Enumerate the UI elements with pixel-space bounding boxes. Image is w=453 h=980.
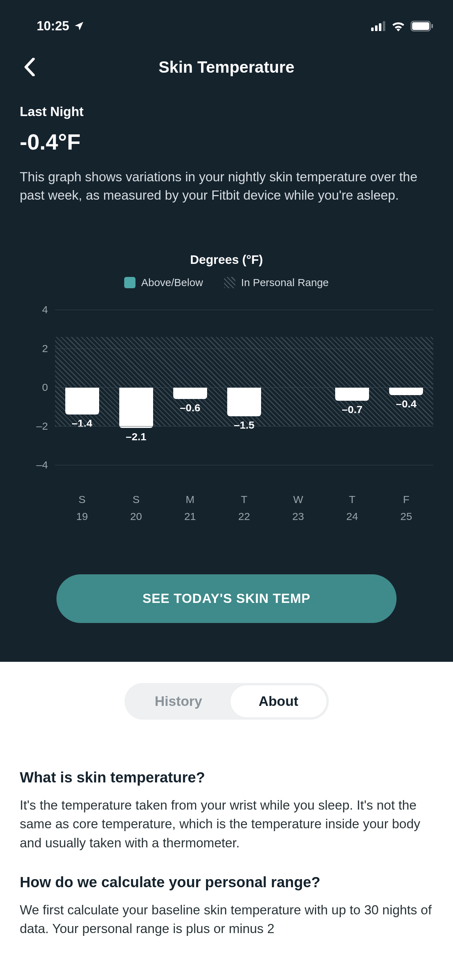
y-axis: 420–2–4	[20, 310, 55, 465]
page-title: Skin Temperature	[0, 57, 453, 76]
y-tick-label: 2	[42, 342, 48, 355]
status-time: 10:25	[37, 19, 69, 33]
about-body: It's the temperature taken from your wri…	[20, 796, 433, 853]
summary-description: This graph shows variations in your nigh…	[20, 168, 433, 205]
chart-bar	[65, 387, 99, 415]
gridline	[55, 426, 433, 426]
chart-bar	[335, 387, 369, 401]
bar-value-label: –1.4	[72, 417, 92, 430]
svg-rect-1	[375, 25, 377, 31]
legend-label: Above/Below	[141, 277, 203, 289]
chart-title: Degrees (°F)	[20, 253, 433, 267]
nav-bar: Skin Temperature	[0, 42, 453, 92]
bar-value-label: –2.1	[126, 431, 146, 443]
x-tick-label: S19	[55, 491, 109, 525]
segment-control: History About	[124, 683, 329, 720]
battery-icon	[411, 21, 433, 32]
bar-value-label: –1.5	[234, 419, 254, 431]
gridline	[55, 310, 433, 310]
see-today-button[interactable]: SEE TODAY'S SKIN TEMP	[56, 574, 397, 623]
y-tick-label: –2	[37, 420, 48, 432]
legend-above-below: Above/Below	[124, 277, 203, 289]
wifi-icon	[391, 21, 406, 32]
bar-value-label: –0.7	[342, 404, 362, 415]
x-tick-label: M21	[163, 491, 217, 525]
variation-value: -0.4°F	[20, 129, 433, 154]
x-axis: S19S20M21T22W23T24F25	[55, 491, 433, 525]
swatch-icon	[124, 277, 135, 288]
x-tick-label: S20	[109, 491, 163, 525]
legend-label: In Personal Range	[241, 277, 329, 289]
tab-history[interactable]: History	[127, 685, 230, 718]
chart-plot: 420–2–4 –1.4–2.1–0.6–1.5–0.7–0.4	[20, 310, 433, 465]
y-tick-label: 0	[42, 381, 48, 393]
bar-value-label: –0.6	[180, 402, 200, 414]
legend-in-range: In Personal Range	[224, 277, 329, 289]
chart-bar	[227, 387, 261, 417]
about-heading: What is skin temperature?	[20, 769, 433, 786]
location-icon	[73, 21, 85, 32]
y-tick-label: –4	[37, 459, 48, 471]
chart-bar	[119, 387, 153, 428]
about-heading: How do we calculate your personal range?	[20, 874, 433, 891]
y-tick-label: 4	[42, 304, 48, 316]
status-bar: 10:25	[0, 0, 453, 42]
chart-bar	[389, 387, 423, 395]
svg-rect-3	[383, 21, 385, 31]
chart-legend: Above/Below In Personal Range	[20, 277, 433, 289]
svg-rect-6	[431, 24, 433, 28]
gridline	[55, 387, 433, 388]
x-tick-label: T22	[217, 491, 271, 525]
section-label: Last Night	[20, 104, 433, 119]
gridline	[55, 465, 433, 465]
plot-area: –1.4–2.1–0.6–1.5–0.7–0.4	[55, 310, 433, 465]
svg-rect-2	[379, 23, 381, 31]
gridline	[55, 348, 433, 349]
x-tick-label: W23	[271, 491, 325, 525]
x-tick-label: T24	[325, 491, 379, 525]
tab-about[interactable]: About	[230, 685, 327, 718]
chart-bar	[173, 387, 207, 399]
svg-rect-0	[371, 27, 374, 31]
cellular-icon	[371, 21, 386, 31]
chart-container: Degrees (°F) Above/Below In Personal Ran…	[0, 224, 453, 532]
bar-value-label: –0.4	[396, 398, 416, 410]
swatch-icon	[224, 277, 235, 288]
svg-rect-5	[412, 22, 429, 30]
x-tick-label: F25	[379, 491, 433, 525]
back-button[interactable]	[19, 56, 40, 78]
about-body: We first calculate your baseline skin te…	[20, 900, 433, 939]
